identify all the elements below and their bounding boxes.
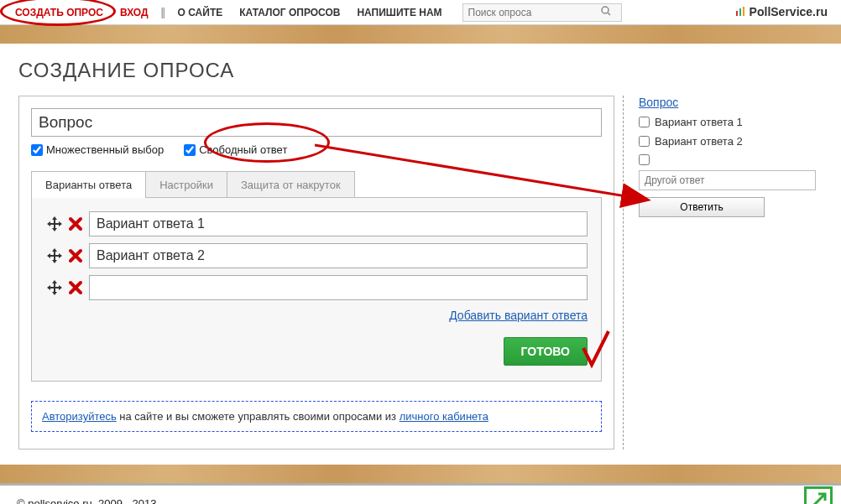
footer: © pollservice.ru, 2009 - 2013 — [0, 483, 841, 504]
tab-settings[interactable]: Настройки — [145, 171, 227, 198]
add-answer-link[interactable]: Добавить вариант ответа — [449, 309, 588, 322]
svg-rect-5 — [743, 7, 744, 16]
preview-checkbox-1[interactable] — [639, 117, 650, 127]
preview-opt2-label: Вариант ответа 2 — [655, 135, 743, 148]
delete-icon[interactable] — [67, 216, 84, 232]
answer-input-3[interactable] — [89, 275, 588, 300]
svg-rect-3 — [736, 11, 738, 16]
question-input[interactable] — [31, 108, 602, 137]
brand-text: PollService.ru — [750, 5, 828, 18]
preview-option[interactable]: Вариант ответа 1 — [639, 116, 816, 128]
nav-separator: ‖ — [160, 6, 166, 18]
search-icon[interactable] — [598, 6, 614, 18]
tabs: Варианты ответа Настройки Защита от накр… — [31, 171, 602, 198]
nav-login[interactable]: ВХОД — [120, 7, 149, 18]
drag-icon[interactable] — [45, 278, 64, 297]
copyright: © pollservice.ru, 2009 - 2013 — [17, 497, 156, 504]
multi-choice-checkbox[interactable] — [31, 144, 43, 156]
tab-anticheat[interactable]: Защита от накруток — [227, 171, 355, 198]
free-answer-checkbox[interactable] — [184, 144, 196, 156]
delete-icon[interactable] — [67, 279, 84, 296]
preview-option[interactable]: Вариант ответа 2 — [639, 135, 816, 148]
answer-input-2[interactable] — [89, 243, 588, 268]
preview-other-input[interactable] — [639, 170, 816, 190]
nav-catalog[interactable]: КАТАЛОГ ОПРОСОВ — [239, 7, 340, 18]
tab-body: Добавить вариант ответа ГОТОВО — [31, 197, 602, 382]
nav-about[interactable]: О САЙТЕ — [178, 7, 223, 18]
free-answer-label: Свободный ответ — [199, 143, 287, 156]
answer-row — [45, 243, 588, 268]
page-title: СОЗДАНИЕ ОПРОСА — [18, 59, 823, 82]
preview-column: Вопрос Вариант ответа 1 Вариант ответа 2… — [623, 96, 816, 449]
content: СОЗДАНИЕ ОПРОСА Множественный выбор Своб… — [0, 44, 841, 465]
preview-checkbox-3[interactable] — [639, 154, 650, 165]
done-button[interactable]: ГОТОВО — [504, 337, 588, 366]
svg-line-2 — [608, 13, 610, 15]
preview-title[interactable]: Вопрос — [639, 96, 678, 109]
auth-link[interactable]: Авторизуйтесь — [42, 410, 117, 423]
cabinet-link[interactable]: личного кабинета — [400, 410, 488, 423]
corner-badge-icon[interactable] — [804, 486, 833, 504]
brand[interactable]: PollService.ru — [734, 5, 828, 18]
svg-rect-4 — [739, 8, 741, 16]
preview-opt1-label: Вариант ответа 1 — [655, 116, 743, 128]
search-box — [462, 3, 622, 22]
nav-write[interactable]: НАПИШИТЕ НАМ — [357, 7, 441, 18]
drag-icon[interactable] — [45, 247, 64, 265]
auth-notice: Авторизуйтесь на сайте и вы сможете упра… — [31, 401, 602, 432]
answer-input-1[interactable] — [89, 211, 588, 236]
preview-option[interactable] — [639, 154, 816, 165]
svg-point-1 — [602, 7, 609, 13]
free-answer-toggle[interactable]: Свободный ответ — [184, 143, 287, 156]
search-input[interactable] — [463, 4, 598, 21]
preview-checkbox-2[interactable] — [639, 136, 650, 147]
top-nav: СОЗДАТЬ ОПРОС ВХОД ‖ О САЙТЕ КАТАЛОГ ОПР… — [0, 0, 841, 25]
drag-icon[interactable] — [45, 215, 64, 233]
multi-choice-toggle[interactable]: Множественный выбор — [31, 143, 164, 156]
delete-icon[interactable] — [67, 247, 84, 264]
tab-answers[interactable]: Варианты ответа — [31, 171, 146, 198]
wood-strip-bottom — [0, 465, 841, 483]
answer-row — [45, 211, 588, 236]
auth-text: на сайте и вы сможете управлять своими о… — [117, 410, 400, 423]
answer-row — [45, 275, 588, 300]
preview-submit-button[interactable]: Ответить — [639, 197, 765, 217]
nav-create[interactable]: СОЗДАТЬ ОПРОС — [15, 7, 103, 18]
brand-icon — [734, 6, 746, 18]
multi-choice-label: Множественный выбор — [46, 143, 164, 156]
wood-strip — [0, 25, 841, 44]
main-column: Множественный выбор Свободный ответ Вари… — [18, 96, 614, 449]
question-box: Множественный выбор Свободный ответ Вари… — [18, 96, 614, 449]
